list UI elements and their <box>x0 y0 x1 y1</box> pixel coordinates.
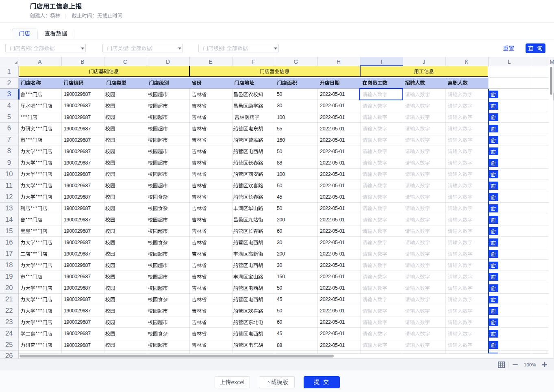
svg-text:30: 30 <box>277 103 282 108</box>
svg-text:1900029687: 1900029687 <box>64 308 91 314</box>
svg-text:1900029687: 1900029687 <box>64 194 91 200</box>
svg-text:1900029687: 1900029687 <box>64 342 91 348</box>
svg-text:1900029687: 1900029687 <box>64 206 91 211</box>
svg-text:2022-05-01: 2022-05-01 <box>320 183 345 188</box>
svg-text:2022-05-01: 2022-05-01 <box>320 217 345 223</box>
svg-text:2022-05-01: 2022-05-01 <box>320 160 345 166</box>
svg-text:50: 50 <box>277 149 282 154</box>
svg-text:45: 45 <box>277 194 282 200</box>
svg-text:200: 200 <box>277 217 285 223</box>
svg-text:50: 50 <box>277 206 282 211</box>
svg-text:55: 55 <box>277 126 282 132</box>
svg-text:1900029687: 1900029687 <box>64 228 91 234</box>
svg-text:1900029687: 1900029687 <box>64 183 91 188</box>
svg-text:2022-05-01: 2022-05-01 <box>320 240 345 245</box>
svg-text:2022-05-01: 2022-05-01 <box>320 206 345 211</box>
svg-text:2022-05-01: 2022-05-01 <box>320 308 345 314</box>
svg-text:2022-05-01: 2022-05-01 <box>320 274 345 279</box>
svg-text:2022-05-01: 2022-05-01 <box>320 297 345 302</box>
svg-text:1900029687: 1900029687 <box>64 217 91 223</box>
svg-text:2022-05-01: 2022-05-01 <box>320 262 345 268</box>
svg-text:1900029687: 1900029687 <box>64 240 91 245</box>
svg-text:50: 50 <box>277 183 282 188</box>
svg-text:2022-05-01: 2022-05-01 <box>320 342 345 348</box>
svg-text:2022-05-01: 2022-05-01 <box>320 285 345 291</box>
svg-text:2022-05-01: 2022-05-01 <box>320 103 345 108</box>
svg-text:2022-05-01: 2022-05-01 <box>320 319 345 325</box>
svg-text:60: 60 <box>277 319 282 325</box>
svg-text:1900029687: 1900029687 <box>64 319 91 325</box>
svg-text:1900029687: 1900029687 <box>64 103 91 108</box>
svg-text:2022-05-01: 2022-05-01 <box>320 228 345 234</box>
svg-text:1900029687: 1900029687 <box>64 115 91 120</box>
svg-text:1900029687: 1900029687 <box>64 137 91 143</box>
svg-text:1900029687: 1900029687 <box>64 262 91 268</box>
svg-text:2022-05-01: 2022-05-01 <box>320 91 345 97</box>
svg-text:30: 30 <box>277 262 282 268</box>
svg-text:1900029687: 1900029687 <box>64 171 91 177</box>
svg-text:2022-05-01: 2022-05-01 <box>320 171 345 177</box>
svg-text:30: 30 <box>277 240 282 245</box>
svg-text:1900029687: 1900029687 <box>64 297 91 302</box>
svg-text:2022-05-01: 2022-05-01 <box>320 149 345 154</box>
svg-text:2022-05-01: 2022-05-01 <box>320 194 345 200</box>
svg-text:1900029687: 1900029687 <box>64 331 91 336</box>
svg-text:2022-05-01: 2022-05-01 <box>320 251 345 257</box>
svg-text:1900029687: 1900029687 <box>64 251 91 257</box>
svg-text:1900029687: 1900029687 <box>64 91 91 97</box>
svg-text:200: 200 <box>277 251 285 257</box>
svg-text:1900029687: 1900029687 <box>64 149 91 154</box>
svg-text:2022-05-01: 2022-05-01 <box>320 115 345 120</box>
svg-text:1900029687: 1900029687 <box>64 285 91 291</box>
svg-text:50: 50 <box>277 91 282 97</box>
svg-text:50: 50 <box>277 308 282 314</box>
svg-text:45: 45 <box>277 331 282 336</box>
svg-text:100: 100 <box>277 115 285 120</box>
svg-text:88: 88 <box>277 160 282 166</box>
svg-text:2022-05-01: 2022-05-01 <box>320 331 345 336</box>
svg-text:1900029687: 1900029687 <box>64 126 91 132</box>
svg-text:88: 88 <box>277 342 282 348</box>
svg-text:2022-05-01: 2022-05-01 <box>320 126 345 132</box>
svg-text:2022-05-01: 2022-05-01 <box>320 137 345 143</box>
svg-text:50: 50 <box>277 285 282 291</box>
svg-text:45: 45 <box>277 297 282 302</box>
svg-text:150: 150 <box>277 274 285 279</box>
svg-text:1900029687: 1900029687 <box>64 274 91 279</box>
svg-text:100: 100 <box>277 171 285 177</box>
svg-text:160: 160 <box>277 137 285 143</box>
svg-text:1900029687: 1900029687 <box>64 160 91 166</box>
svg-text:60: 60 <box>277 228 282 234</box>
